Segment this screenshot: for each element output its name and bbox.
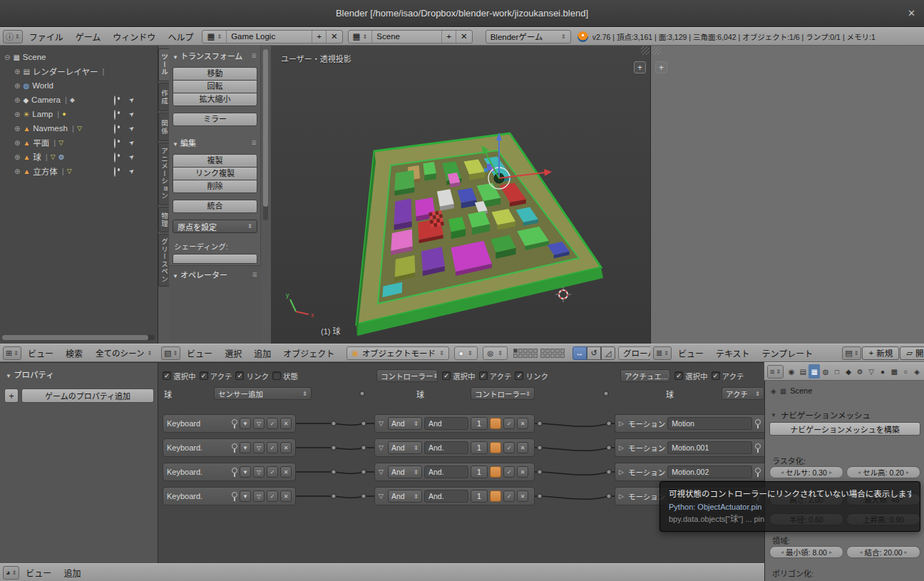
outliner-row-lamp[interactable]: ⊕ ☀ Lamp | ● ➤ [0,107,158,121]
expand-icon[interactable]: ⊕ [14,153,20,161]
sensor-block[interactable]: Keyboard. ▼ ▽ ✓ ✕ [163,487,296,505]
expand-icon[interactable]: ▷ [619,468,626,475]
new-text-button[interactable]: +新規 [862,346,899,360]
editor-type-button[interactable]: ▧⇕ [161,346,180,360]
expand-icon[interactable]: ▽ [379,468,386,475]
visibility-toggle-eye-icon[interactable] [114,96,115,105]
scale-button[interactable]: 拡大縮小 [173,93,257,106]
tab-render-layers[interactable]: ▤ [797,364,808,379]
open-text-button[interactable]: ▱開く [900,346,924,360]
expand-icon[interactable]: ▽ [379,444,386,451]
pulse-true-button[interactable]: ▼ [240,418,251,429]
expand-icon[interactable]: ▽ [379,420,386,427]
controller-name[interactable]: And. [424,490,468,503]
tab-texture[interactable]: ▩ [888,364,900,379]
add-controller-dropdown[interactable]: コントローラー追加⇕ [471,387,535,400]
filter-checkbox[interactable]: ✓ [442,371,451,380]
outliner-display-mode-dropdown[interactable]: 全てのシーン⇕ [91,346,156,360]
layers-widget[interactable] [513,349,565,358]
editor-type-button[interactable]: ≡⇕ [767,365,784,379]
browse-scenes-button[interactable]: ▦ ⇕ [349,31,373,43]
mode-dropdown[interactable]: ▣ オブジェクトモード ⇕ [346,346,449,360]
outliner-row-world[interactable]: ⊕ ◍ World [0,78,158,93]
shading-button-partial[interactable] [173,254,257,264]
menu-help[interactable]: ヘルプ [162,31,199,43]
sensor-name[interactable]: Keyboard. [167,468,229,476]
actuator-type[interactable]: モーション [628,418,665,429]
duplicate-linked-button[interactable]: リンク複製 [173,167,257,180]
filter-checkbox[interactable]: ✓ [479,371,488,380]
visibility-toggle-eye-icon[interactable] [114,168,115,176]
navmesh-panel-header[interactable]: ▼ ナビゲーションメッシュ [771,409,871,421]
tab-world[interactable]: ◍ [820,364,831,379]
controller-type-filter-dropdown[interactable]: コントローラー⇕ [376,369,438,382]
visibility-toggle-eye-icon[interactable] [114,125,115,133]
actuator-block[interactable]: ▷ モーション Motion [615,414,764,433]
delete-controller-button[interactable]: ✕ [517,418,528,429]
pin-icon[interactable] [231,492,237,501]
filter-checkbox[interactable]: ✓ [163,371,171,380]
state-number[interactable]: 1 [471,417,488,430]
shelf-tab-tools[interactable]: ツール [158,48,169,81]
visibility-toggle-eye-icon[interactable] [114,153,115,162]
properties-panel-header[interactable]: ▼ プロパティ [6,369,54,380]
state-pin-button[interactable] [490,490,501,502]
editor-type-button[interactable]: ⊞⇕ [3,346,21,360]
menu-select[interactable]: 選択 [219,347,247,359]
controller-block[interactable]: ▽ And⇕ And. 1 ✓ ✕ [374,438,535,457]
shelf-tab-greasepencil[interactable]: グリースペン [158,234,169,287]
menu-view[interactable]: ビュー [20,567,57,579]
transform-panel-header[interactable]: ▼トランスフォーム ≣ [173,50,257,61]
close-scene-button[interactable]: ✕ [456,31,472,43]
menu-templates[interactable]: テンプレート [756,347,819,359]
expand-icon[interactable]: ⊕ [14,68,20,76]
pin-icon[interactable] [231,419,237,428]
sensor-active-check[interactable]: ✓ [267,418,278,429]
menu-window[interactable]: ウィンドウ [107,31,161,43]
translate-button[interactable]: 移動 [173,67,257,81]
edit-panel-header[interactable]: ▼編集 ≣ [173,137,257,148]
actuator-type-filter-dropdown[interactable]: アクチュエ...⇕ [620,369,670,382]
tab-constraints[interactable]: ◆ [843,364,854,379]
controller-type-dropdown[interactable]: And⇕ [388,441,422,454]
expand-icon[interactable]: ⊕ [14,168,20,175]
pin-icon[interactable] [754,468,761,477]
expand-icon[interactable]: ▽ [379,493,386,500]
pulse-false-button[interactable]: ▽ [253,490,265,502]
outliner-row-camera[interactable]: ⊕ ◆ Camera | ◆ ➤ [0,93,158,107]
actuator-block[interactable]: ▷ モーション Motion.001 [615,438,764,457]
delete-sensor-button[interactable]: ✕ [280,466,292,478]
actuator-type[interactable]: モーション [628,467,665,478]
menu-view[interactable]: ビュー [181,347,218,359]
collapse-icon[interactable]: ⊖ [4,53,10,61]
controller-active-check[interactable]: ✓ [503,466,515,478]
expand-icon[interactable]: ▷ [619,420,626,427]
mirror-button[interactable]: ミラー [173,113,257,126]
outliner-row-scene[interactable]: ⊖ ▦ Scene [0,50,158,64]
pulse-false-button[interactable]: ▽ [253,442,265,453]
actuator-name[interactable]: Motion.001 [667,441,752,454]
controller-active-check[interactable]: ✓ [503,490,515,502]
rotate-button[interactable]: 回転 [173,80,257,93]
shelf-tab-physics[interactable]: 物理 [158,207,169,232]
editor-type-button[interactable]: ≣⇕ [653,346,672,360]
3d-viewport[interactable]: y x ユーザー・透視投影 (1) 球 + [271,46,650,344]
controller-name[interactable]: And. [424,466,468,478]
pulse-true-button[interactable]: ▼ [240,442,251,453]
close-screen-button[interactable]: ✕ [327,31,342,43]
state-number[interactable]: 1 [471,490,488,503]
viewport-shading-dropdown[interactable]: ● ⇕ [454,346,478,360]
expand-icon[interactable]: ⊕ [14,139,20,147]
pivot-point-dropdown[interactable]: ◎ ⇕ [483,346,508,360]
sensor-name[interactable]: Keyboard. [167,443,229,452]
delete-controller-button[interactable]: ✕ [517,490,528,502]
tab-render[interactable]: ◉ [786,364,797,379]
delete-controller-button[interactable]: ✕ [517,466,528,478]
join-button[interactable]: 統合 [173,200,257,213]
menu-add[interactable]: 追加 [248,347,277,359]
sensor-block[interactable]: Keyboard ▼ ▽ ✓ ✕ [163,414,296,433]
tab-particles[interactable]: ○ [900,364,911,379]
cell-height-field[interactable]: ◂ セル高: 0.20 ▸ [846,466,920,478]
expand-icon[interactable]: ⊕ [14,110,20,118]
controller-active-check[interactable]: ✓ [503,418,515,429]
